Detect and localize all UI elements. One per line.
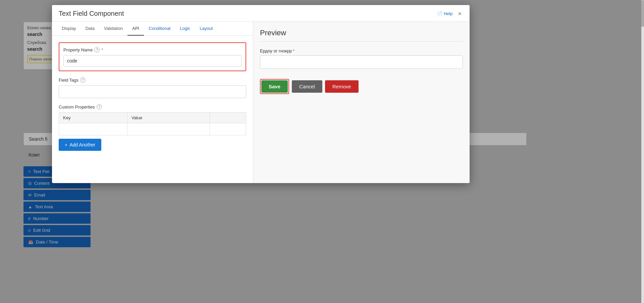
field-tags-label-row: Field Tags ? <box>59 77 246 83</box>
property-name-label-row: Property Name ? * <box>63 47 241 52</box>
save-btn-wrapper: Save <box>260 79 289 94</box>
table-cell-key <box>59 123 127 135</box>
tab-validation[interactable]: Validation <box>99 22 127 36</box>
help-icon: 📄 <box>437 11 442 16</box>
preview-field-label: Ердоу ог гнокрр * <box>260 48 463 53</box>
modal-dialog: Text Field Component 📄 Help × Display Da… <box>52 5 470 183</box>
preview-field-label-text: Ердоу ог гнокрр <box>260 48 292 53</box>
tab-api[interactable]: API <box>127 22 144 36</box>
table-col-actions <box>210 113 246 123</box>
property-name-label: Property Name <box>63 47 93 52</box>
cancel-button[interactable]: Cancel <box>292 80 322 93</box>
field-tags-input[interactable] <box>59 85 246 98</box>
tab-conditional[interactable]: Conditional <box>144 22 175 36</box>
table-cell-action <box>210 123 246 135</box>
remove-button[interactable]: Remove <box>325 80 359 93</box>
right-panel: Preview Ердоу ог гнокрр * Save Cancel Re… <box>253 22 470 183</box>
help-label: Help <box>444 11 453 16</box>
table-cell-value <box>127 123 210 135</box>
custom-props-help-icon[interactable]: ? <box>97 104 102 110</box>
property-name-help-icon[interactable]: ? <box>94 47 100 52</box>
table-header-row: Key Value <box>59 113 246 123</box>
property-name-section: Property Name ? * <box>59 42 246 71</box>
custom-properties-section: Custom Properties ? Key Value <box>59 104 246 151</box>
field-tags-help-icon[interactable]: ? <box>80 77 86 83</box>
preview-input[interactable] <box>260 55 463 69</box>
tab-data[interactable]: Data <box>81 22 99 36</box>
tab-layout[interactable]: Layout <box>195 22 217 36</box>
modal-title: Text Field Component <box>59 10 124 17</box>
save-button[interactable]: Save <box>261 80 288 93</box>
help-link[interactable]: 📄 Help <box>437 11 453 16</box>
left-panel: Display Data Validation API Conditional … <box>52 22 253 183</box>
modal-body: Display Data Validation API Conditional … <box>52 22 470 183</box>
table-empty-row <box>59 123 246 135</box>
custom-props-table: Key Value <box>59 112 246 135</box>
tab-display[interactable]: Display <box>57 22 81 36</box>
preview-required-star: * <box>293 48 294 53</box>
form-content: Property Name ? * Field Tags ? <box>52 36 253 164</box>
table-col-value: Value <box>127 113 210 123</box>
custom-props-label-row: Custom Properties ? <box>59 104 246 110</box>
action-buttons: Save Cancel Remove <box>260 79 463 94</box>
scrollbar-thumb[interactable] <box>641 0 644 27</box>
add-another-label: Add Another <box>69 142 95 147</box>
preview-title: Preview <box>260 29 463 42</box>
modal-header: Text Field Component 📄 Help × <box>52 5 470 22</box>
close-button[interactable]: × <box>457 11 463 17</box>
tabs-bar: Display Data Validation API Conditional … <box>52 22 253 36</box>
field-tags-section: Field Tags ? <box>59 77 246 98</box>
modal-header-right: 📄 Help × <box>437 11 463 17</box>
field-tags-label: Field Tags <box>59 78 78 83</box>
table-col-key: Key <box>59 113 127 123</box>
tab-logic[interactable]: Logic <box>175 22 195 36</box>
property-name-input[interactable] <box>63 55 241 67</box>
property-name-required: * <box>101 47 103 52</box>
add-another-plus-icon: + <box>65 142 67 147</box>
custom-props-label: Custom Properties <box>59 104 95 110</box>
scrollbar[interactable] <box>641 0 644 303</box>
add-another-button[interactable]: + Add Another <box>59 139 101 151</box>
